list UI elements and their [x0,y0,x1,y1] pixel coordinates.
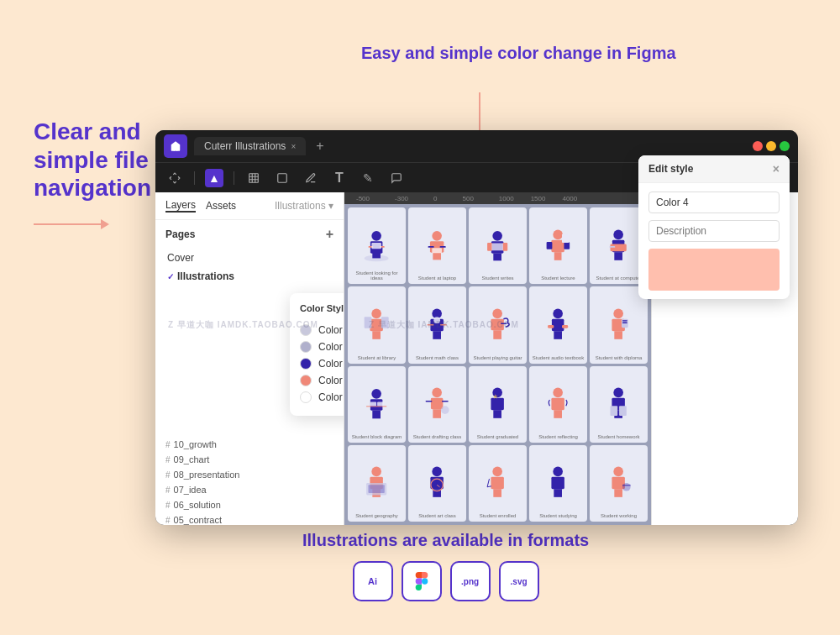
color-item-1[interactable]: Color 1 [300,322,344,338]
svg-rect-84 [611,407,618,417]
svg-rect-60 [622,320,627,321]
layer-08-presentation[interactable]: # 08_presentation [162,467,337,482]
layer-06-solution[interactable]: # 06_solution [162,497,337,512]
illus-cell-18: Student enrolled [469,445,527,522]
svg-point-97 [493,467,503,477]
svg-rect-66 [370,402,376,407]
comment-tool-icon[interactable] [387,169,406,187]
format-figma-icon [402,561,442,601]
tab-layers[interactable]: Layers [165,199,196,213]
edit-style-description-input[interactable] [648,220,780,242]
svg-point-13 [433,231,443,241]
svg-rect-33 [615,252,623,260]
layer-09-chart[interactable]: # 09_chart [162,452,337,467]
svg-rect-76 [494,410,502,418]
svg-rect-43 [433,331,442,339]
color-item-5[interactable]: Color 5 [300,389,344,406]
color-item-2[interactable]: Color 2 [300,338,344,355]
svg-rect-53 [554,331,563,339]
svg-rect-18 [433,248,443,253]
svg-rect-107 [622,485,631,486]
edit-style-header: Edit style × [638,155,790,183]
svg-rect-105 [615,490,623,498]
shape-tool-icon[interactable] [273,169,291,187]
illus-label-2: Student at laptop [417,274,458,282]
svg-rect-49 [494,330,502,339]
illus-label-17: Student art class [417,512,458,520]
select-tool-icon[interactable]: ▲ [205,169,223,187]
svg-rect-16 [428,246,434,248]
illus-cell-13: Student graduated [469,366,527,443]
close-dot[interactable] [753,141,763,151]
tab-cuterr[interactable]: Cuterr Illustrations × [194,137,306,155]
pen-tool-icon[interactable] [302,169,320,187]
svg-rect-29 [564,242,570,249]
illus-cell-2: Student at laptop [408,207,466,284]
illus-cell-9: Student audio textbook [529,286,587,363]
svg-rect-48 [491,319,504,331]
pencil-tool-icon[interactable]: ✎ [359,169,377,187]
minimize-dot[interactable] [766,141,776,151]
move-tool-icon[interactable] [165,169,184,187]
svg-rect-30 [562,234,570,243]
layer-05-contract[interactable]: # 05_contract [162,512,337,525]
tab-close-icon[interactable]: × [291,142,296,151]
svg-point-62 [372,389,382,399]
color-label-4: Color 4 [318,375,344,386]
color-label-3: Color 3 [318,358,344,370]
layer-10-growth[interactable]: # 10_growth [162,437,337,452]
svg-rect-21 [494,253,502,260]
pages-add-button[interactable]: + [326,227,333,242]
canvas-area[interactable]: -500 -300 0 500 1000 1500 4000 [344,192,651,525]
svg-rect-52 [552,319,564,331]
color-dot-1 [300,324,312,336]
svg-rect-17 [440,246,446,248]
edit-style-name-input[interactable] [648,192,780,213]
frame-tool-icon[interactable] [244,169,263,187]
svg-rect-69 [431,398,443,410]
tab-assets[interactable]: Assets [206,200,236,212]
svg-rect-85 [619,407,627,417]
svg-rect-27 [554,252,562,260]
page-item-illustrations[interactable]: ✓ Illustrations [162,267,337,286]
pages-label: Pages [165,228,195,240]
illus-cell-14: Student reflecting [529,366,587,443]
svg-rect-40 [381,317,389,328]
svg-rect-37 [370,319,383,331]
page-list: Cover ✓ Illustrations [155,249,344,286]
layer-07-idea[interactable]: # 07_idea [162,482,337,497]
color-item-4[interactable]: Color 4 [300,372,344,389]
svg-rect-54 [548,325,554,328]
svg-rect-28 [547,242,553,249]
svg-rect-75 [491,398,504,410]
color-item-3[interactable]: Color 3 [300,355,344,372]
color-dot-2 [300,341,312,353]
illus-label-3: Student writes [480,274,515,282]
home-icon[interactable] [164,134,187,158]
illus-cell-8: Student playing guitar [469,286,527,363]
tab-illustrations[interactable]: Illustrations ▾ [275,200,333,212]
svg-point-91 [433,467,443,477]
illus-label-12: Student drafting class [412,433,464,441]
tab-add-button[interactable]: + [316,139,323,154]
text-tool-icon[interactable]: T [330,169,349,187]
svg-point-106 [622,483,631,491]
svg-rect-64 [373,411,381,419]
svg-rect-70 [433,409,442,418]
layer-list: # 10_growth # 09_chart # 08_presentation… [155,437,344,525]
edit-style-close-button[interactable]: × [773,162,780,176]
illus-cell-16: Student geography [348,445,406,522]
color-dot-5 [300,391,312,403]
page-item-cover[interactable]: Cover [162,249,337,267]
illus-label-1: Student looking for ideas [348,269,406,282]
svg-point-86 [372,467,382,477]
maximize-dot[interactable] [780,141,790,151]
illus-label-20: Student working [599,512,638,520]
illus-cell-6: Student at library [348,286,406,363]
edit-style-color-swatch[interactable] [648,249,780,291]
illus-cell-15: Student homework [590,366,648,443]
svg-rect-9 [373,248,381,258]
illus-cell-3: Student writes [469,207,527,284]
format-icons-group: Ai .png .svg [302,561,589,601]
svg-rect-0 [249,173,259,182]
